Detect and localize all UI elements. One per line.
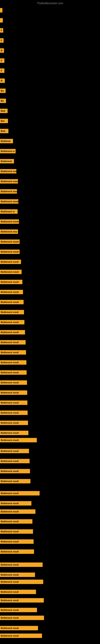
- bar-label: F: [1, 70, 2, 72]
- bar-label: Bottleneck result: [1, 321, 19, 324]
- bar-label: Bottleneck result: [1, 617, 19, 619]
- site-title: TheBottlenecker.com: [0, 2, 100, 5]
- bar-item: [0, 18, 3, 22]
- bar-label: Bottleneck result: [1, 301, 19, 303]
- bar-label: Bottleneck result: [1, 599, 19, 602]
- bar-label: Bottleneck result: [1, 220, 19, 223]
- bar-item: Bottleneck result: [0, 509, 35, 514]
- bar-item: Bottleneck: [0, 159, 14, 164]
- bar-item: F: [0, 58, 4, 63]
- bar-item: Bottlenec: [0, 139, 13, 143]
- bar-label: Bottleneck result: [1, 574, 19, 576]
- bar-item: Bottleneck result: [0, 438, 37, 442]
- bar-item: Bottleneck result: [0, 250, 20, 254]
- bar-item: Bottleneck result: [0, 529, 33, 534]
- bar-label: F: [1, 59, 2, 62]
- bar-item: Bottleneck result: [0, 390, 27, 395]
- bar-item: Bottleneck result: [0, 260, 21, 264]
- bar-label: Bottleneck result: [1, 392, 19, 394]
- bar-label: F: [1, 29, 2, 32]
- bar-item: Bo: [0, 98, 6, 103]
- bar-label: Bottleneck result: [1, 627, 19, 629]
- bar-label: Bottleneck result: [1, 492, 19, 494]
- bar-item: Bottleneck result: [0, 479, 30, 484]
- bar-item: B: [0, 78, 5, 83]
- bar-label: Bottleneck result: [1, 470, 19, 472]
- bar-item: Bottleneck result: [0, 562, 43, 567]
- bar-item: Bottleneck result: [0, 598, 44, 602]
- bar-label: Bottleneck result: [1, 240, 19, 243]
- bar-item: Bottleneck result: [0, 519, 32, 524]
- bar-label: Bottleneck result: [1, 351, 19, 354]
- bar-label: Bottleneck result: [1, 460, 19, 462]
- bar-item: Bottleneck result: [0, 410, 28, 415]
- bar-item: Bottleneck resu: [0, 169, 16, 174]
- bar-item: Bottleneck result: [0, 431, 28, 435]
- bar-label: Bot: [1, 120, 4, 122]
- bar-item: Bottleneck result: [0, 459, 30, 463]
- bar-label: Bottleneck: [1, 160, 12, 162]
- bar-item: Bottleneck result: [0, 626, 38, 630]
- bar-label: Bottleneck result: [1, 550, 19, 553]
- bar-item: Bottleneck resu: [0, 230, 18, 234]
- bar-item: Bottleneck result: [0, 330, 25, 334]
- bar-label: Bottleneck result: [1, 580, 19, 583]
- bar-item: Bottleneck result: [0, 400, 27, 405]
- bar-item: Bottleneck result: [0, 580, 43, 584]
- bar-item: Bottleneck result: [0, 350, 26, 354]
- bar-label: B: [1, 49, 2, 52]
- bar-item: Bottleneck result: [0, 300, 24, 304]
- bar-label: Bottleneck result: [1, 439, 19, 441]
- bar-label: Bottleneck result: [1, 591, 19, 593]
- bar-label: Bottleneck resu: [1, 170, 16, 172]
- bar-item: Bottleneck result: [0, 572, 35, 577]
- bar-label: Bottleneck result: [1, 609, 19, 611]
- bar-item: Bottleneck result: [0, 240, 20, 244]
- bar-item: Bottleneck result: [0, 608, 37, 612]
- bar-item: Bottleneck result: [0, 539, 34, 544]
- bar-item: Bottleneck result: [0, 179, 18, 184]
- bar-item: Bottleneck result: [0, 634, 42, 638]
- bar-label: Bottleneck result: [1, 361, 19, 364]
- bar-label: Bo: [1, 100, 4, 102]
- bar-label: Bottleneck result: [1, 200, 18, 203]
- bar-item: Bottleneck result: [0, 616, 44, 620]
- bar-item: Bottleneck result: [0, 590, 36, 594]
- bar-label: Bottleneck result: [1, 422, 19, 424]
- bar-label: Bottleneck result: [1, 450, 19, 452]
- bar-label: Bottleneck result: [1, 530, 19, 533]
- bar-label: Bottleneck resu: [1, 190, 17, 192]
- bar-item: F: [0, 28, 3, 32]
- bar-item: Bottleneck result: [0, 199, 18, 204]
- bar-label: Bottleneck re: [1, 210, 15, 213]
- bar-item: Bottleneck result: [0, 340, 26, 344]
- bar-item: Bottleneck result: [0, 491, 40, 496]
- bar-label: Bottleneck result: [1, 311, 19, 313]
- bar-label: Bottleneck result: [1, 402, 19, 404]
- bar-label: Bott: [1, 130, 5, 132]
- bar-item: Bottleneck result: [0, 420, 28, 425]
- bar-item: Bottleneck result: [0, 270, 22, 274]
- bar-item: Bottleneck resu: [0, 189, 17, 194]
- bar-item: Bottleneck result: [0, 370, 27, 375]
- bar-label: Bottleneck result: [1, 371, 19, 374]
- bar-label: Bottleneck result: [1, 564, 19, 566]
- bar-label: Bottleneck result: [1, 291, 19, 293]
- bar-item: F: [0, 68, 4, 73]
- bar-item: Bottleneck result: [0, 280, 22, 284]
- bar-label: Bottleneck result: [1, 520, 19, 523]
- bar-item: Bottleneck result: [0, 320, 24, 324]
- bar-item: Bott: [0, 109, 8, 113]
- bar-label: Bottleneck result: [1, 250, 19, 253]
- bar-item: Bottleneck result: [0, 550, 34, 554]
- bar-label: Bottleneck result: [1, 281, 19, 283]
- bar-label: Bottleneck result: [1, 381, 19, 384]
- bar-item: Bottleneck re: [0, 209, 18, 214]
- bar-item: Bottleneck result: [0, 360, 26, 365]
- bar-label: Bottleneck result: [1, 260, 19, 263]
- bar-item: Bottleneck result: [0, 310, 24, 314]
- bar-label: Bottleneck result: [1, 502, 19, 504]
- bar-item: F: [0, 38, 3, 43]
- bar-label: Bottlenec: [1, 140, 11, 142]
- bar-item: Bottleneck result: [0, 449, 29, 453]
